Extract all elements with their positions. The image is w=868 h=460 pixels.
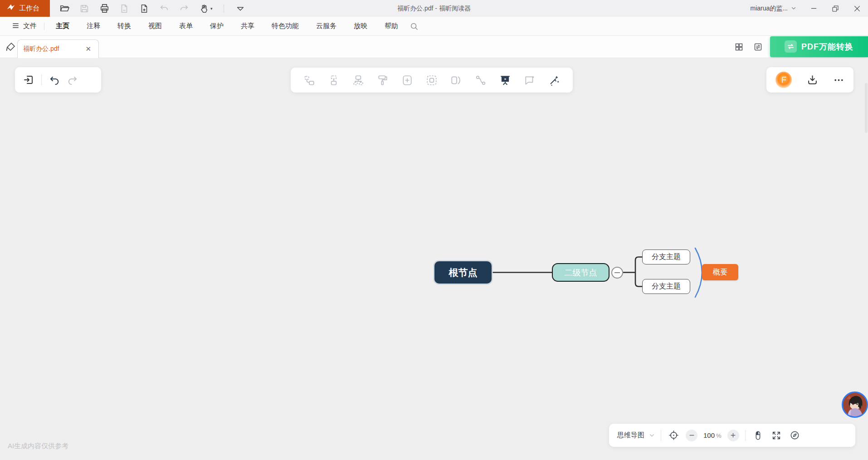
ai-magic-icon[interactable] [547,73,561,87]
account-name: miarua的监... [751,5,788,13]
titlebar-right: miarua的监... [744,0,868,17]
menu-item-share[interactable]: 共享 [232,22,263,30]
assistant-avatar[interactable] [842,391,868,418]
mindmap-edges [0,58,868,460]
zoom-level-value: 100 [703,431,715,439]
zoom-out-button[interactable] [686,430,697,441]
window-title: 福昕办公.pdf - 福昕阅读器 [397,0,471,17]
statusbar-separator [661,430,661,441]
add-parent-node-icon[interactable] [351,73,365,87]
mindmap-branch-node[interactable]: 分支主题 [642,250,690,264]
workspace-label: 工作台 [19,4,39,13]
history-panel [15,67,101,93]
presentation-icon[interactable] [498,73,512,87]
title-bar: 工作台 [0,0,868,17]
relation-line-icon[interactable] [474,73,488,87]
menu-item-view[interactable]: 视图 [140,22,171,30]
export-panel [766,67,853,93]
menu-item-features[interactable]: 特色功能 [263,22,307,30]
zoom-level-unit: % [716,432,722,439]
tabbar-right: PDF万能转换 [732,36,868,58]
open-folder-icon[interactable] [59,3,70,14]
tab-title: 福昕办公.pdf [23,45,83,53]
download-icon[interactable] [807,74,818,86]
mouse-mode-icon[interactable] [751,429,764,442]
document-tab[interactable]: 福昕办公.pdf ✕ [17,39,99,58]
save-icon[interactable] [79,3,90,14]
convert-swap-icon [785,40,797,53]
panel-separator [41,74,42,85]
foxit-logo-icon [6,3,15,14]
menu-item-help[interactable]: 帮助 [376,22,407,30]
ai-chat-icon[interactable] [523,73,536,87]
close-document-icon[interactable] [119,3,130,14]
hand-tool-button[interactable]: ▾ [199,3,213,14]
fullscreen-icon[interactable] [770,429,783,442]
tab-bar: 福昕办公.pdf ✕ PDF万能转换 [0,36,868,58]
foxit-reader-window: 工作台 [0,0,868,460]
add-sibling-node-icon[interactable] [327,73,341,87]
undo-icon[interactable] [159,3,170,14]
quick-access-toolbar: ▾ [50,3,246,14]
select-frame-icon[interactable] [425,73,439,87]
menu-separator [44,23,44,30]
menu-item-file[interactable]: 文件 [7,22,41,31]
pencil-icon[interactable] [5,41,16,54]
diagram-mode-select[interactable]: 思维导图 [617,431,655,440]
collapse-ribbon-icon[interactable] [235,3,246,14]
mindmap-root-node[interactable]: 根节点 [434,261,492,284]
exit-mindmap-icon[interactable] [23,74,34,85]
mindmap-branch-node[interactable]: 分支主题 [642,279,690,294]
convert-button-label: PDF万能转换 [801,41,853,52]
menu-item-protect[interactable]: 保护 [201,22,232,30]
vertical-scrollbar[interactable] [865,83,868,133]
workspace-button[interactable]: 工作台 [0,0,50,17]
account-chevron-icon [791,5,796,12]
view-control-bar: 思维导图 100% [609,424,855,447]
menu-bar: 文件 主页 注释 转换 视图 表单 保护 共享 特色功能 云服务 放映 帮助 [0,17,868,36]
foxit-mindmap-icon[interactable] [775,72,792,88]
tab-close-icon[interactable]: ✕ [83,44,93,54]
collapse-minus-icon[interactable] [611,267,623,279]
ai-disclaimer: AI生成内容仅供参考 [8,442,68,450]
hand-tool-caret-icon: ▾ [210,6,213,11]
undo-map-icon[interactable] [49,74,60,85]
format-painter-icon[interactable] [376,73,390,87]
menu-item-comment[interactable]: 注释 [78,22,109,30]
mindmap-secondary-node[interactable]: 二级节点 [552,263,610,282]
redo-map-icon[interactable] [67,74,78,85]
restore-button[interactable] [824,0,846,17]
compass-icon[interactable] [789,429,801,442]
more-ellipsis-icon[interactable] [833,74,844,86]
add-child-node-icon[interactable] [302,73,316,87]
zoom-in-button[interactable] [727,430,739,441]
menu-item-label: 文件 [23,22,37,30]
toolbar-separator [224,5,224,13]
grid-view-icon[interactable] [732,40,746,54]
locate-center-icon[interactable] [667,429,680,442]
switch-view-icon[interactable] [751,40,765,54]
minimize-button[interactable] [803,0,824,17]
pdf-convert-button[interactable]: PDF万能转换 [770,36,868,57]
menu-item-home[interactable]: 主页 [47,22,78,30]
statusbar-separator [745,430,746,441]
mindmap-summary-node[interactable]: 概要 [702,264,738,280]
menu-item-present[interactable]: 放映 [345,22,376,30]
menu-item-convert[interactable]: 转换 [109,22,140,30]
hamburger-menu-icon [12,22,20,31]
account-menu[interactable]: miarua的监... [744,5,803,13]
hand-tool-icon [199,3,210,14]
new-document-icon[interactable] [139,3,150,14]
mode-chevron-icon [649,432,655,438]
menu-item-cloud[interactable]: 云服务 [307,22,345,30]
close-button[interactable] [846,0,868,17]
menu-item-form[interactable]: 表单 [171,22,201,30]
insert-node-icon[interactable] [400,73,414,87]
search-icon[interactable] [410,22,419,31]
print-icon[interactable] [99,3,110,14]
mindmap-toolbar [291,68,573,93]
diagram-mode-label: 思维导图 [617,431,644,440]
summary-node-icon[interactable] [449,73,463,87]
mindmap-canvas[interactable]: 根节点 二级节点 分支主题 分支主题 概要 思维导图 100% [0,58,868,460]
redo-icon[interactable] [179,3,190,14]
